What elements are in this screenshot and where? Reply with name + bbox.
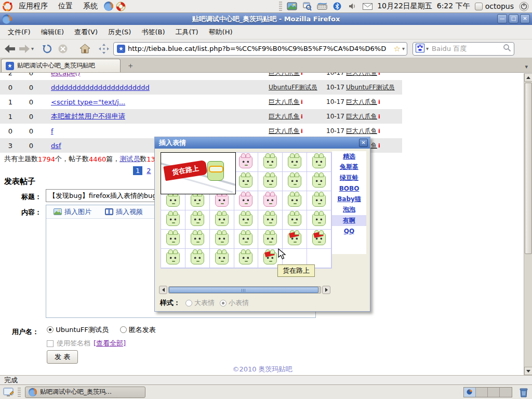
thread-title-link[interactable]: 本吧被封禁用户不得申请	[51, 112, 125, 120]
bookmark-star-icon[interactable]: ☆	[394, 44, 401, 54]
minimize-button[interactable]: —	[497, 14, 507, 23]
emoticon-cell[interactable]	[283, 153, 307, 172]
emoticon-category[interactable]: 精选	[332, 151, 366, 162]
emoticon-cell[interactable]	[210, 230, 234, 249]
emoticon-cell[interactable]	[258, 210, 283, 230]
emoticon-cell[interactable]	[307, 191, 331, 210]
last-replier-link[interactable]: 巨大八爪鱼	[346, 113, 377, 120]
menubar-item[interactable]: 帮助(H)	[204, 25, 237, 39]
panel-grip[interactable]	[279, 2, 282, 11]
taskbar-window-button[interactable]: 贴吧调试中心吧_奥茨玛…	[25, 387, 145, 398]
last-replier-link[interactable]: 巨大八爪鱼	[346, 98, 377, 105]
scroll-down-button[interactable]	[524, 367, 532, 375]
reload-button[interactable]	[42, 42, 52, 56]
style-big-option[interactable]: 大表情	[185, 298, 215, 308]
emoticon-category[interactable]: 泡泡	[332, 205, 366, 216]
tab-active[interactable]: 贴吧调试中心吧_奥茨玛贴吧	[1, 59, 121, 72]
keyboard-indicator-icon[interactable]	[317, 1, 327, 11]
workspace-switcher[interactable]	[463, 387, 512, 397]
menubar-item[interactable]: 书签(B)	[137, 25, 169, 39]
magnifier-tool-icon[interactable]	[302, 1, 312, 11]
emoticon-cell[interactable]	[258, 172, 283, 191]
screenshot-icon[interactable]	[287, 1, 297, 11]
thread-title-link[interactable]: <script type="text/j...	[51, 98, 125, 106]
last-replier-link[interactable]: 巨大八爪鱼	[346, 127, 377, 135]
category-link[interactable]: BOBO	[339, 185, 360, 192]
emoticon-cell[interactable]	[234, 153, 259, 172]
emoticon-category[interactable]: 有啊	[332, 215, 366, 226]
stop-button[interactable]	[58, 42, 68, 56]
emoticon-scrollbar[interactable]	[159, 286, 330, 294]
page-scrollbar[interactable]	[524, 73, 532, 375]
emoticon-cell[interactable]	[234, 249, 259, 268]
category-link[interactable]: QQ	[344, 228, 354, 235]
mail-notification-icon[interactable]	[362, 1, 373, 11]
emoticon-cell[interactable]	[234, 210, 259, 230]
emoticon-cell[interactable]	[161, 230, 185, 249]
url-dropdown-icon[interactable]: ▾	[402, 46, 405, 51]
category-link[interactable]: 泡泡	[343, 205, 355, 214]
emoticon-cell[interactable]	[283, 191, 307, 210]
page-link[interactable]: 2	[147, 167, 151, 175]
panel-menu-places[interactable]: 位置	[54, 1, 77, 12]
tab-list-dropdown-icon[interactable]: ▾	[525, 63, 528, 70]
emoticon-category[interactable]: BOBO	[332, 183, 366, 194]
signature-checkbox[interactable]	[47, 340, 54, 347]
scroll-thumb[interactable]	[525, 83, 532, 254]
category-link[interactable]: 兔斯基	[340, 163, 358, 171]
shutdown-icon[interactable]	[518, 1, 529, 11]
emoticon-cell[interactable]	[185, 210, 210, 230]
category-link[interactable]: 绿豆蛙	[340, 174, 358, 182]
emoticon-cell[interactable]	[307, 172, 331, 191]
emoticon-cell[interactable]	[307, 153, 331, 172]
menubar-item[interactable]: 历史(S)	[103, 25, 136, 39]
popup-close-button[interactable]: ✕	[359, 139, 368, 147]
search-placeholder[interactable]: Baidu 百度	[432, 44, 503, 54]
emoticon-cell[interactable]	[258, 191, 283, 210]
url-bar[interactable]: http://tieba.blue.cat/list.php?b=%CC%F9%…	[113, 42, 407, 56]
emoticon-cell[interactable]	[307, 210, 331, 230]
back-button[interactable]	[4, 42, 16, 56]
style-small-option[interactable]: 小表情	[220, 298, 249, 308]
emoticon-cell[interactable]	[283, 210, 307, 230]
submit-post-button[interactable]: 发 表	[47, 350, 78, 364]
thread-title-link[interactable]: f	[51, 127, 54, 135]
thread-title-link[interactable]: dsf	[51, 142, 61, 150]
search-box[interactable]: ▾ Baidu 百度	[413, 42, 514, 56]
emoticon-cell[interactable]	[234, 230, 259, 249]
distro-logo-icon[interactable]	[2, 1, 12, 11]
insert-video-button[interactable]: 插入视频	[105, 207, 143, 217]
panel-menu-system[interactable]: 系统	[79, 1, 102, 12]
emoticon-cell[interactable]	[161, 210, 185, 230]
menubar-item[interactable]: 文件(F)	[3, 25, 35, 39]
thread-author-link[interactable]: 巨大八爪鱼	[269, 113, 300, 120]
url-text[interactable]: http://tieba.blue.cat/list.php?b=%CC%F9%…	[128, 45, 392, 52]
emoticon-cell[interactable]	[283, 172, 307, 191]
thread-title-link[interactable]: ddddddddddddddddddddddd	[51, 84, 150, 91]
move-tool-icon[interactable]	[99, 42, 109, 56]
emoticon-cell[interactable]	[161, 249, 185, 268]
emoticon-cell[interactable]	[283, 230, 307, 249]
menubar-item[interactable]: 编辑(E)	[36, 25, 69, 39]
emoticon-cell[interactable]	[185, 249, 210, 268]
workspace-3[interactable]	[488, 388, 500, 397]
emoticon-cell[interactable]	[234, 191, 259, 210]
workspace-4[interactable]	[500, 388, 512, 397]
engine-dropdown-icon[interactable]: ▾	[426, 46, 429, 51]
scroll-left-button[interactable]	[159, 286, 167, 294]
emoticon-cell[interactable]	[185, 230, 210, 249]
show-desktop-button[interactable]	[2, 387, 15, 398]
volume-icon[interactable]	[347, 1, 357, 11]
close-button[interactable]: ✕	[520, 14, 530, 23]
emoticon-category[interactable]: QQ	[332, 226, 366, 237]
forward-button[interactable]	[19, 42, 30, 56]
panel-menu-applications[interactable]: 应用程序	[15, 1, 52, 12]
popup-titlebar[interactable]: 插入表情 ✕	[155, 137, 370, 149]
thread-author-link[interactable]: 巨大八爪鱼	[269, 127, 300, 135]
scroll-trough[interactable]	[168, 286, 321, 294]
trash-icon[interactable]	[517, 386, 530, 398]
user-radio-option[interactable]: UbuntuFF测试员	[47, 325, 109, 335]
history-dropdown-icon[interactable]: ▾	[31, 42, 34, 56]
emoticon-cell[interactable]	[210, 249, 234, 268]
baidu-engine-icon[interactable]	[416, 44, 424, 54]
